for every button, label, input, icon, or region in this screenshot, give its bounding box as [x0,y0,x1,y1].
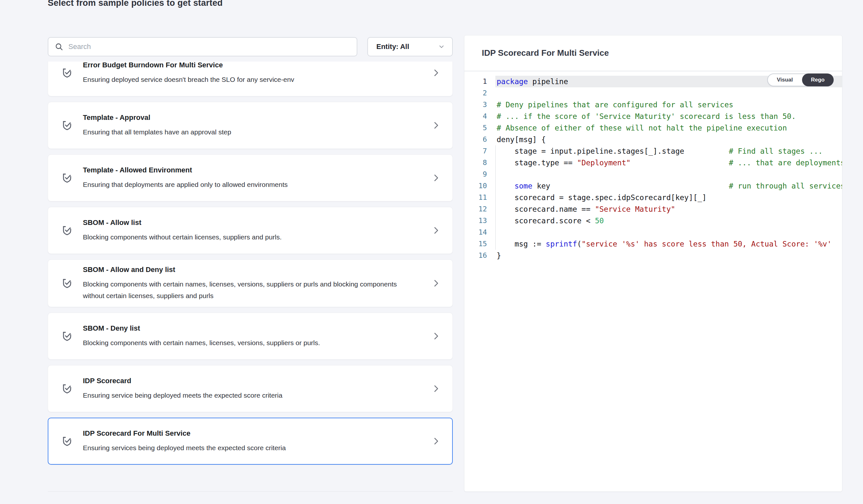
detail-panel-header: IDP Scorecard For Multi Service [464,36,842,72]
code-line: 4 # ... if the score of 'Service Maturit… [464,111,842,122]
policy-card-description: Ensuring services being deployed meets t… [83,442,409,454]
rego-toggle-button[interactable]: Rego [802,74,834,86]
code-line-content: msg := sprintf("service '%s' has score l… [495,238,842,250]
line-number: 1 [464,76,487,87]
code-line-content: some key # run through all services [495,180,842,192]
policy-card[interactable]: SBOM - Deny list Blocking components wit… [48,313,453,360]
line-number: 12 [464,203,487,215]
shield-check-icon [61,435,73,447]
policy-card-title: SBOM - Allow and Deny list [83,265,409,274]
policy-card-description: Blocking components with certain names, … [83,337,409,349]
policy-card-text: SBOM - Allow and Deny list Blocking comp… [83,265,422,302]
code-line-content: deny[msg] { [495,134,842,145]
code-line: 7 stage = input.pipeline.stages[_].stage… [464,145,842,157]
policy-card-text: IDP Scorecard Ensuring service being dep… [83,376,422,401]
search-icon [55,42,63,51]
policy-card-text: Template - Allowed Environment Ensuring … [83,165,422,191]
policy-card-text: Template - Approval Ensuring that all te… [83,113,422,138]
line-number: 10 [464,180,487,192]
policy-card-description: Ensuring deployed service doesn't breach… [83,74,409,86]
line-number: 14 [464,227,487,238]
policy-card[interactable]: IDP Scorecard For Multi Service Ensuring… [48,418,453,465]
policy-detail-panel: IDP Scorecard For Multi Service Visual R… [464,35,842,492]
page-title: Select from sample policies to get start… [48,0,223,8]
detail-panel-title: IDP Scorecard For Multi Service [482,48,609,58]
line-number: 7 [464,145,487,157]
policy-card-title: SBOM - Allow list [83,218,409,228]
shield-check-icon [61,224,73,236]
chevron-right-icon [431,436,441,446]
line-number: 6 [464,134,487,145]
line-number: 16 [464,250,487,261]
chevron-right-icon [431,173,441,183]
code-line: 3 # Deny pipelines that are configured f… [464,99,842,111]
policy-toolbar: Entity: All [48,37,453,56]
chevron-right-icon [431,68,441,78]
policy-card[interactable]: IDP Scorecard Ensuring service being dep… [48,365,453,412]
line-number: 5 [464,122,487,134]
code-line: 5 # Absence of either of these will not … [464,122,842,134]
policy-card[interactable]: SBOM - Allow list Blocking components wi… [48,207,453,254]
policy-card-text: SBOM - Allow list Blocking components wi… [83,218,422,243]
code-line: 12 scorecard.name == "Service Maturity" [464,203,842,215]
policy-card-title: IDP Scorecard For Multi Service [83,429,409,438]
code-line-content: scorecard.score < 50 [495,215,842,227]
line-number: 4 [464,111,487,122]
code-line-content [495,169,842,180]
chevron-right-icon [431,120,441,130]
shield-check-icon [61,383,73,395]
policy-card[interactable]: Template - Allowed Environment Ensuring … [48,154,453,202]
policy-card-description: Ensuring that deployments are applied on… [83,179,409,191]
code-line-content: # ... if the score of 'Service Maturity'… [495,111,842,122]
policy-card[interactable]: SBOM - Allow and Deny list Blocking comp… [48,259,453,307]
code-line: 11 scorecard = stage.spec.idpScorecard[k… [464,192,842,203]
code-line: 2 [464,87,842,99]
policy-card-description: Blocking components without certain lice… [83,231,409,243]
code-line: 15 msg := sprintf("service '%s' has scor… [464,238,842,250]
code-line: 14 [464,227,842,238]
code-line: 6 deny[msg] { [464,134,842,145]
line-number: 2 [464,87,487,99]
line-number: 9 [464,169,487,180]
policy-card-title: IDP Scorecard [83,376,409,386]
policy-card-title: SBOM - Deny list [83,324,409,333]
policy-card[interactable]: Template - Approval Ensuring that all te… [48,102,453,149]
chevron-right-icon [431,279,441,288]
visual-toggle-button[interactable]: Visual [768,74,802,86]
policy-card-text: Error Budget Burndown For Multi Service … [83,62,422,86]
policy-card-title: Template - Approval [83,113,409,122]
policy-card[interactable]: Error Budget Burndown For Multi Service … [48,62,453,96]
policy-card-text: IDP Scorecard For Multi Service Ensuring… [83,429,422,454]
chevron-right-icon [431,225,441,235]
search-box[interactable] [48,37,357,56]
line-number: 8 [464,157,487,169]
code-line-content: stage.type == "Deployment" # ... that ar… [495,157,842,169]
entity-filter-dropdown[interactable]: Entity: All [367,37,453,56]
code-line-content: stage = input.pipeline.stages[_].stage #… [495,145,842,157]
shield-check-icon [61,330,73,342]
line-number: 13 [464,215,487,227]
shield-check-icon [61,67,73,79]
rego-code-editor[interactable]: Visual Rego 1 package pipeline 2 3 # Den… [464,72,842,491]
shield-check-icon [61,172,73,184]
code-line-content: scorecard.name == "Service Maturity" [495,203,842,215]
policy-card-description: Ensuring service being deployed meets th… [83,390,409,401]
code-line-content: # Absence of either of these will not ha… [495,122,842,134]
code-line: 13 scorecard.score < 50 [464,215,842,227]
code-line: 10 some key # run through all services [464,180,842,192]
chevron-right-icon [431,384,441,393]
policy-list: Error Budget Burndown For Multi Service … [48,62,453,492]
shield-check-icon [61,277,73,289]
search-input[interactable] [68,42,350,51]
code-line: 9 [464,169,842,180]
code-line: 8 stage.type == "Deployment" # ... that … [464,157,842,169]
policy-card-title: Template - Allowed Environment [83,165,409,175]
line-number: 15 [464,238,487,250]
line-number: 11 [464,192,487,203]
line-number: 3 [464,99,487,111]
code-line: 16 } [464,250,842,261]
code-line-content [495,227,842,238]
chevron-down-icon [438,43,445,50]
policy-card-description: Ensuring that all templates have an appr… [83,126,409,138]
policy-card-title: Error Budget Burndown For Multi Service [83,62,409,70]
